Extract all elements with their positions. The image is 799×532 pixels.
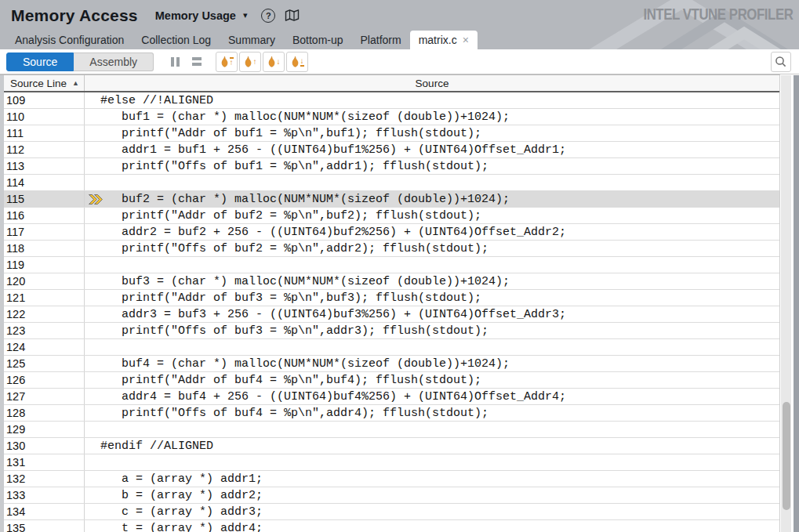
tab-bar: Analysis Configuration Collection Log Su… bbox=[6, 31, 478, 49]
source-row[interactable]: 130 #endif //ALIGNED bbox=[0, 438, 779, 454]
line-number-cell: 129 bbox=[0, 422, 85, 437]
tab-label: Collection Log bbox=[141, 34, 211, 46]
source-code-cell: c = (array *) addr3; bbox=[85, 504, 779, 519]
source-row[interactable]: 123 printf("Offs of buf3 = %p\n",addr3);… bbox=[0, 323, 779, 339]
source-code-text: printf("Offs of buf1 = %p\n",addr1); ffl… bbox=[86, 160, 488, 173]
source-row[interactable]: 109 #else //!ALIGNED bbox=[0, 92, 779, 109]
column-header-source-line[interactable]: Source Line ▲ bbox=[0, 75, 85, 91]
source-code-text: addr2 = buf2 + 256 - ((UINT64)buf2%256) … bbox=[86, 226, 566, 239]
source-row[interactable]: 114 bbox=[0, 175, 779, 191]
assembly-view-button[interactable]: Assembly bbox=[74, 52, 154, 71]
source-row[interactable]: 111 printf("Addr of buf1 = %p\n",buf1); … bbox=[0, 125, 779, 142]
column-header-source[interactable]: Source bbox=[85, 75, 779, 91]
source-code-cell: addr2 = buf2 + 256 - ((UINT64)buf2%256) … bbox=[85, 224, 779, 240]
line-number: 118 bbox=[6, 242, 24, 255]
source-row[interactable]: 116 printf("Addr of buf2 = %p\n",buf2); … bbox=[0, 208, 779, 224]
banner: INTEL VTUNE PROFILER Memory Access Memor… bbox=[0, 0, 799, 49]
source-row[interactable]: 120 buf3 = (char *) malloc(NUM*NUM*(size… bbox=[0, 273, 779, 290]
source-row[interactable]: 117 addr2 = buf2 + 256 - ((UINT64)buf2%2… bbox=[0, 224, 779, 241]
source-code-text: b = (array *) addr2; bbox=[86, 489, 263, 502]
source-code-text: c = (array *) addr3; bbox=[86, 505, 263, 519]
source-row[interactable]: 121 printf("Addr of buf3 = %p\n",buf3); … bbox=[0, 290, 779, 306]
source-code-cell: printf("Offs of buf1 = %p\n",addr1); ffl… bbox=[85, 158, 779, 174]
tab-summary[interactable]: Summary bbox=[220, 31, 284, 49]
source-code-text: printf("Addr of buf3 = %p\n",buf3); fflu… bbox=[86, 291, 481, 305]
line-number: 135 bbox=[6, 522, 25, 532]
source-code-cell: addr4 = buf4 + 256 - ((UINT64)buf4%256) … bbox=[85, 389, 779, 404]
view-switcher: Source Assembly bbox=[6, 52, 154, 71]
source-code-text: addr3 = buf3 + 256 - ((UINT64)buf3%256) … bbox=[86, 308, 566, 321]
line-number-cell: 128 bbox=[0, 405, 85, 421]
line-number: 122 bbox=[6, 308, 25, 320]
source-row[interactable]: 129 bbox=[0, 422, 779, 438]
scrollbar-thumb[interactable] bbox=[783, 402, 790, 510]
source-code-text: addr4 = buf4 + 256 - ((UINT64)buf4%256) … bbox=[86, 390, 566, 404]
source-row[interactable]: 134 c = (array *) addr3; bbox=[0, 504, 779, 520]
grid-header: Source Line ▲ Source bbox=[0, 75, 779, 92]
source-code-cell: #else //!ALIGNED bbox=[85, 92, 779, 108]
line-number: 113 bbox=[6, 160, 24, 172]
line-number: 126 bbox=[6, 374, 25, 386]
collapse-rows-icon[interactable] bbox=[192, 57, 202, 66]
source-row[interactable]: 131 bbox=[0, 454, 779, 471]
source-row[interactable]: 125 buf4 = (char *) malloc(NUM*NUM*(size… bbox=[0, 356, 779, 372]
hotspot-navigation: ↑ ↑ ↓ ↓ bbox=[216, 52, 308, 72]
source-row[interactable]: 118 printf("Offs of buf2 = %p\n",addr2);… bbox=[0, 241, 779, 257]
line-number: 110 bbox=[6, 110, 24, 123]
line-number-cell: 126 bbox=[0, 372, 85, 388]
line-number-cell: 127 bbox=[0, 389, 85, 404]
guide-map-icon[interactable] bbox=[285, 9, 300, 22]
source-code-cell: printf("Offs of buf2 = %p\n",addr2); ffl… bbox=[85, 241, 779, 256]
source-code-cell: buf4 = (char *) malloc(NUM*NUM*(sizeof (… bbox=[85, 356, 779, 371]
source-row[interactable]: 135 t = (array *) addr4; bbox=[0, 520, 779, 532]
line-number-cell: 118 bbox=[0, 241, 85, 256]
line-number-cell: 124 bbox=[0, 339, 85, 355]
hotspot-last-button[interactable]: ↓ bbox=[286, 52, 308, 72]
viewpoint-selector[interactable]: Memory Usage ▾ bbox=[155, 9, 248, 22]
line-number: 131 bbox=[6, 456, 25, 469]
hotspot-prev-button[interactable]: ↑ bbox=[239, 52, 261, 72]
line-number: 119 bbox=[6, 259, 24, 271]
line-number: 125 bbox=[6, 357, 25, 370]
tab-bottom-up[interactable]: Bottom-up bbox=[284, 31, 352, 49]
source-row[interactable]: 122 addr3 = buf3 + 256 - ((UINT64)buf3%2… bbox=[0, 306, 779, 323]
line-number: 130 bbox=[6, 440, 25, 452]
source-row[interactable]: 124 bbox=[0, 339, 779, 356]
source-row[interactable]: 132 a = (array *) addr1; bbox=[0, 471, 779, 487]
source-code-cell: #endif //ALIGNED bbox=[85, 438, 779, 454]
source-code-cell: printf("Addr of buf2 = %p\n",buf2); fflu… bbox=[85, 208, 779, 223]
tab-matrix-c[interactable]: matrix.c × bbox=[410, 31, 478, 49]
source-view-button[interactable]: Source bbox=[6, 52, 74, 71]
line-number-cell: 117 bbox=[0, 224, 85, 240]
flame-icon bbox=[267, 56, 276, 67]
source-row[interactable]: 115 buf2 = (char *) malloc(NUM*NUM*(size… bbox=[0, 191, 779, 208]
tab-close-icon[interactable]: × bbox=[463, 34, 469, 45]
tab-platform[interactable]: Platform bbox=[352, 31, 410, 49]
source-rows: 109 #else //!ALIGNED 110 buf1 = (char *)… bbox=[0, 92, 779, 532]
source-row[interactable]: 113 printf("Offs of buf1 = %p\n",addr1);… bbox=[0, 158, 779, 175]
source-row[interactable]: 112 addr1 = buf1 + 256 - ((UINT64)buf1%2… bbox=[0, 142, 779, 158]
source-row[interactable]: 127 addr4 = buf4 + 256 - ((UINT64)buf4%2… bbox=[0, 389, 779, 405]
source-row[interactable]: 126 printf("Addr of buf4 = %p\n",buf4); … bbox=[0, 372, 779, 389]
line-number-cell: 122 bbox=[0, 306, 85, 322]
source-row[interactable]: 110 buf1 = (char *) malloc(NUM*NUM*(size… bbox=[0, 109, 779, 125]
tab-collection-log[interactable]: Collection Log bbox=[133, 31, 220, 49]
search-button[interactable] bbox=[771, 52, 791, 72]
source-code-text: printf("Addr of buf2 = %p\n",buf2); fflu… bbox=[86, 209, 481, 223]
help-icon[interactable]: ? bbox=[261, 9, 275, 23]
hotspot-first-button[interactable]: ↑ bbox=[216, 52, 238, 72]
source-row[interactable]: 128 printf("Offs of buf4 = %p\n",addr4);… bbox=[0, 405, 779, 422]
hotspot-next-button[interactable]: ↓ bbox=[263, 52, 285, 72]
line-number-cell: 116 bbox=[0, 208, 85, 223]
source-code-cell: a = (array *) addr1; bbox=[85, 471, 779, 487]
vertical-scrollbar[interactable] bbox=[781, 75, 791, 532]
source-row[interactable]: 133 b = (array *) addr2; bbox=[0, 487, 779, 504]
tab-analysis-configuration[interactable]: Analysis Configuration bbox=[6, 31, 133, 49]
intel-vtune-profiler-logo: INTEL VTUNE PROFILER bbox=[643, 5, 793, 24]
pause-icon[interactable] bbox=[171, 57, 180, 67]
line-number-cell: 123 bbox=[0, 323, 85, 338]
line-number: 127 bbox=[6, 390, 25, 403]
line-number: 132 bbox=[6, 472, 25, 485]
source-code-cell bbox=[85, 257, 779, 273]
source-row[interactable]: 119 bbox=[0, 257, 779, 273]
